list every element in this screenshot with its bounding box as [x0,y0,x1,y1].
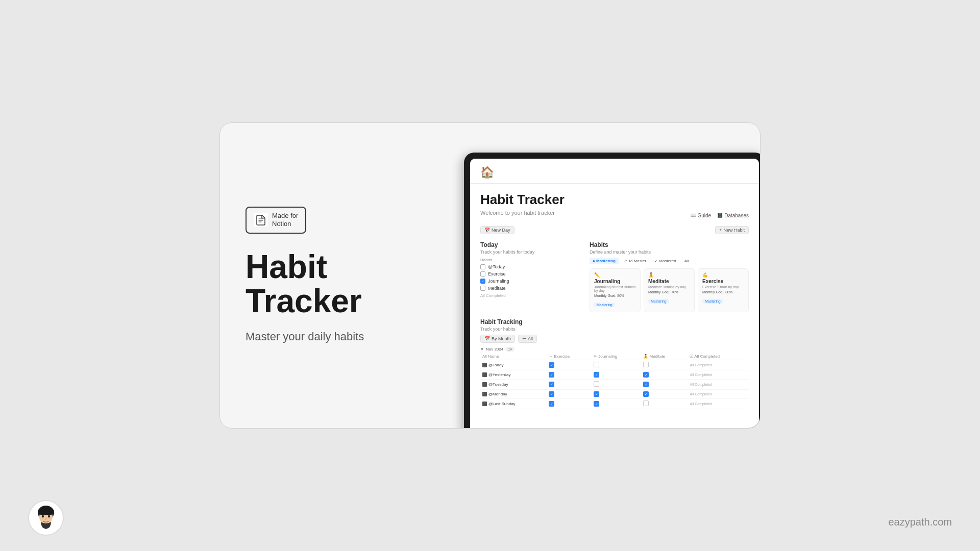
row-meditate-lastsunday [641,399,688,409]
all-icon: ☰ [522,336,526,341]
table-row: @Tuesday ✓ ✓ All Completed [480,380,749,390]
check-blue: ✓ [549,391,554,397]
exercise-card-icon: 💪 [702,272,744,278]
group-header-row: ▼ Nov 2024 14 [480,347,749,352]
plus-icon: + [719,228,722,233]
checkbox-exercise[interactable] [480,271,485,277]
new-habit-button[interactable]: + New Habit [715,226,749,234]
all-button[interactable]: ☰ All [518,335,537,343]
row-journaling-lastsunday: ✓ [592,399,641,409]
check-blue: ✓ [549,362,554,368]
check-blue: ✓ [643,372,649,378]
meditate-card-desc: Meditate 30mins by day [648,285,690,289]
checkmark: ✓ [595,392,598,396]
product-title: Habit Tracker [246,250,409,318]
today-title: Today [480,241,583,248]
databases-icon: 🗄️ [717,213,723,218]
all-completed-label: All Completed [480,293,583,298]
habits-tabs: ● Mastering ↗ To Master ✓ Mastered All [590,258,749,264]
meditate-card-name: Meditate [648,279,690,284]
databases-nav[interactable]: 🗄️ Databases [717,213,749,218]
row-exercise-lastsunday: ✓ [547,399,592,409]
meditate-card-icon: 🧘 [648,272,690,278]
notion-body: Habit Tracker Welcome to your habit trac… [470,184,759,429]
avatar-container [28,500,64,536]
check-blue: ✓ [594,372,599,378]
new-day-button[interactable]: 📅 New Day [480,226,514,234]
tablet-screen: 🏠 Habit Tracker Welcome to your habit tr… [470,159,759,429]
journaling-card-icon: ✏️ [594,272,636,278]
guide-nav[interactable]: 📖 Guide [691,213,712,218]
row-exercise-monday: ✓ [547,390,592,399]
meditate-item-label: Meditate [488,286,506,291]
checkbox-journaling[interactable]: ✓ [480,279,485,284]
notion-badge: Made for Notion [246,207,306,234]
checkmark-icon: ✓ [481,280,484,283]
tab-mastered[interactable]: ✓ Mastered [651,258,679,264]
exercise-card: 💪 Exercise Exercise 1 hour by day Monthl… [698,268,749,312]
tracking-table: All Name ↔ Exercise ✏ Journaling 🧘 Medit… [480,353,749,409]
tab-tomaster[interactable]: ↗ To Master [621,258,649,264]
check-blue: ✓ [549,382,554,387]
row-icon [482,382,487,387]
habit-cards: ✏️ Journaling Journaling at least 30mins… [590,268,749,312]
svg-point-5 [48,515,50,518]
today-list: @Today Exercise ✓ J [480,263,583,298]
check-empty [594,362,599,367]
table-row: @Yesterday ✓ ✓ ✓ All Completed [480,370,749,380]
tab-mastering[interactable]: ● Mastering [590,258,619,264]
svg-rect-3 [38,509,54,515]
row-name-lastsunday: @Last Sunday [480,399,547,409]
tab-all[interactable]: All [681,258,692,264]
notion-logo-icon [254,213,268,227]
by-month-button[interactable]: 📅 By Month [480,335,515,343]
today-label: Habits [480,258,583,262]
row-exercise-yesterday: ✓ [547,370,592,380]
row-meditate-tuesday: ✓ [641,380,688,390]
row-journaling-monday: ✓ [592,390,641,399]
col-name: All Name [480,353,547,360]
row-name-yesterday: @Yesterday [480,370,547,380]
avatar-illustration [31,503,61,533]
calendar-small-icon: 📅 [484,336,490,341]
product-subtitle: Master your daily habits [246,329,409,345]
check-blue: ✓ [643,382,649,387]
row-icon [482,372,487,377]
home-icon: 🏠 [480,166,494,179]
checkmark: ✓ [550,363,553,367]
row-name-tuesday: @Tuesday [480,380,547,390]
today-item-label: @Today [488,264,505,269]
row-meditate-today [641,360,688,370]
exercise-item-label: Exercise [488,271,506,277]
col-completed: ☑ All Completed [688,353,749,360]
group-count-badge: 14 [505,347,514,352]
checkmark: ✓ [550,402,553,406]
meditate-card: 🧘 Meditate Meditate 30mins by day Monthl… [644,268,695,312]
avatar [28,500,64,536]
journaling-badge: Mastering [594,303,615,307]
checkmark: ✓ [645,392,648,396]
checkbox-today[interactable] [480,264,485,269]
exercise-card-name: Exercise [702,279,744,284]
tracking-section: Habit Tracking Track your habits 📅 By Mo… [480,318,749,409]
calendar-icon: 📅 [484,228,490,233]
notion-page-desc: Welcome to your habit tracker [480,210,555,216]
today-desc: Track your habits for today [480,249,583,255]
row-journaling-tuesday [592,380,641,390]
main-card: Made for Notion Habit Tracker Master you… [219,122,761,429]
table-row: @Last Sunday ✓ ✓ All Completed [480,399,749,409]
row-journaling-yesterday: ✓ [592,370,641,380]
row-journaling-today [592,360,641,370]
table-row: @Today ✓ All Completed [480,360,749,370]
website-text: eazypath.com [888,516,952,528]
left-panel: Made for Notion Habit Tracker Master you… [220,123,434,428]
row-name-monday: @Monday [480,390,547,399]
habits-section: Habits Define and master your habits ● M… [590,241,749,312]
row-completed-lastsunday: All Completed [688,399,749,409]
row-completed-today: All Completed [688,360,749,370]
notion-header: 🏠 [470,159,759,184]
checkbox-meditate[interactable] [480,286,485,291]
col-meditate: 🧘 Meditate [641,353,688,360]
journaling-card: ✏️ Journaling Journaling at least 30mins… [590,268,641,312]
row-completed-monday: All Completed [688,390,749,399]
